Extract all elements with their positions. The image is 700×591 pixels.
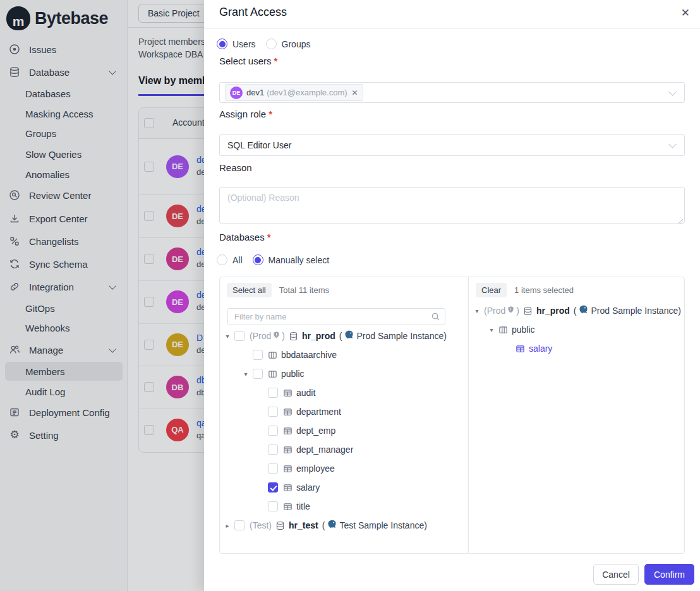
select-all-button[interactable]: Select all: [227, 283, 272, 297]
selector-right-header: Clear 1 items selected: [476, 283, 574, 297]
tree-checkbox[interactable]: [268, 426, 278, 436]
tree-checkbox[interactable]: [234, 331, 244, 341]
tree-checkbox[interactable]: [268, 463, 278, 474]
table-icon: [283, 464, 293, 474]
grant-access-modal: Grant Access ✕ Users Groups Select users…: [204, 0, 700, 591]
tree-checkbox-checked[interactable]: [268, 482, 278, 492]
selected-node-public[interactable]: ▾ public: [469, 320, 685, 339]
groups-radio-label[interactable]: Groups: [282, 39, 311, 49]
remove-user-icon[interactable]: ✕: [352, 88, 358, 97]
selected-node-hr-prod[interactable]: ▾ (Prod ) hr_prod ( Prod Sample Instance…: [469, 301, 685, 320]
tree-checkbox[interactable]: [268, 445, 278, 455]
tree-checkbox[interactable]: [268, 388, 278, 398]
chip-user-email: (dev1@example.com): [267, 88, 347, 97]
table-icon: [283, 426, 293, 436]
assign-role-value: SQL Editor User: [227, 140, 291, 150]
prod-shield-icon: [507, 306, 515, 316]
all-databases-radio[interactable]: [217, 254, 227, 265]
tree-node-title[interactable]: title: [220, 497, 468, 516]
select-users-label: Select users*: [219, 56, 277, 66]
tree-node-hr-test[interactable]: ▸ (Test ) hr_test ( Test Sample Instance…: [220, 516, 468, 535]
caret-down-icon[interactable]: ▾: [223, 333, 232, 340]
caret-down-icon[interactable]: ▾: [487, 326, 496, 333]
manually-select-radio[interactable]: [253, 254, 263, 265]
filter-field: [227, 308, 445, 325]
users-radio-label[interactable]: Users: [232, 39, 256, 49]
reason-textarea[interactable]: [219, 187, 685, 224]
select-users-input[interactable]: DE dev1 (dev1@example.com) ✕: [219, 82, 685, 103]
total-items-count: Total 11 items: [279, 285, 329, 295]
database-icon: [275, 521, 285, 530]
chevron-down-icon: [668, 140, 677, 148]
databases-label: Databases*: [219, 232, 271, 242]
modal-header: Grant Access ✕: [204, 0, 700, 29]
tree-node-department[interactable]: department: [220, 402, 468, 421]
databases-radio-group: All Manually select: [217, 254, 329, 265]
database-icon: [523, 306, 533, 316]
table-icon: [283, 483, 293, 492]
scope-radio-group: Users Groups: [217, 39, 310, 49]
selected-user-chip: DE dev1 (dev1@example.com) ✕: [225, 84, 363, 101]
tree-checkbox[interactable]: [268, 501, 278, 511]
schema-icon: [268, 369, 277, 379]
users-radio[interactable]: [217, 39, 227, 49]
clear-button[interactable]: Clear: [476, 283, 507, 297]
cancel-button[interactable]: Cancel: [593, 564, 639, 585]
confirm-button[interactable]: Confirm: [644, 564, 694, 585]
manually-select-label[interactable]: Manually select: [269, 255, 330, 265]
close-icon[interactable]: ✕: [681, 5, 690, 21]
groups-radio[interactable]: [266, 39, 277, 49]
table-icon: [283, 407, 293, 417]
selected-items-count: 1 items selected: [514, 285, 574, 295]
tree-node-dept-emp[interactable]: dept_emp: [220, 421, 468, 440]
postgres-icon: [579, 305, 588, 316]
database-icon: [289, 331, 298, 341]
caret-down-icon[interactable]: ▾: [473, 307, 481, 314]
tree-node-bbdataarchive[interactable]: bbdataarchive: [220, 345, 468, 364]
tree-node-audit[interactable]: audit: [220, 383, 468, 402]
tree-checkbox[interactable]: [253, 350, 263, 360]
modal-title: Grant Access: [219, 6, 287, 19]
tree-node-salary[interactable]: salary: [220, 478, 468, 497]
filter-input[interactable]: [227, 308, 445, 325]
table-icon: [283, 388, 293, 398]
schema-icon: [498, 325, 508, 335]
tree-node-public[interactable]: ▾ public: [220, 364, 468, 383]
required-asterisk: *: [267, 232, 271, 242]
selector-left-header: Select all Total 11 items: [227, 283, 329, 297]
avatar: DE: [230, 87, 243, 99]
tree-node-dept-manager[interactable]: dept_manager: [220, 440, 468, 459]
tree-checkbox[interactable]: [268, 407, 278, 417]
tree-node-hr-prod[interactable]: ▾ (Prod ) hr_prod ( Prod Sample Instance…: [220, 326, 468, 345]
assign-role-select[interactable]: SQL Editor User: [219, 134, 685, 156]
tree-checkbox[interactable]: [234, 520, 244, 530]
database-tree: ▾ (Prod ) hr_prod ( Prod Sample Instance…: [220, 326, 468, 535]
assign-role-label: Assign role*: [219, 109, 272, 119]
selected-node-salary[interactable]: salary: [469, 339, 685, 358]
all-databases-label[interactable]: All: [232, 255, 243, 265]
reason-label: Reason: [219, 162, 252, 173]
required-asterisk: *: [274, 56, 278, 66]
tree-node-employee[interactable]: employee: [220, 459, 468, 478]
database-selector-panel: Select all Total 11 items ▾ (Prod ) hr_p…: [219, 277, 685, 554]
postgres-icon: [344, 330, 354, 342]
table-icon: [516, 344, 525, 354]
table-icon: [283, 445, 293, 455]
chip-user-name: dev1: [246, 88, 264, 97]
postgres-icon: [327, 520, 337, 531]
caret-down-icon[interactable]: ▾: [241, 371, 250, 378]
table-icon: [283, 502, 293, 511]
caret-right-icon[interactable]: ▸: [223, 522, 232, 529]
selected-tree: ▾ (Prod ) hr_prod ( Prod Sample Instance…: [469, 301, 685, 358]
search-icon: [431, 312, 440, 321]
chevron-down-icon: [668, 88, 677, 96]
screen: m Bytebase Issues Database Databases Mas…: [0, 0, 700, 591]
required-asterisk: *: [269, 109, 272, 119]
tree-checkbox[interactable]: [253, 369, 263, 379]
schema-icon: [268, 350, 277, 360]
prod-shield-icon: [272, 331, 281, 341]
